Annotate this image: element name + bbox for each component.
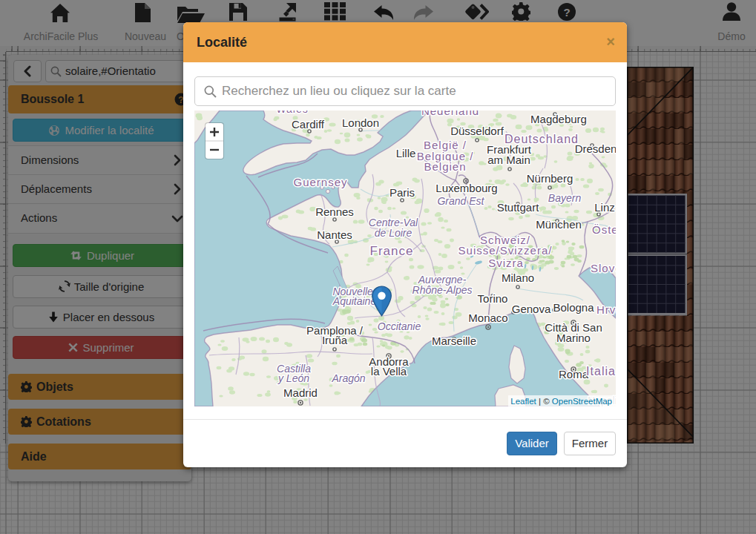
svg-text:Luxembourg: Luxembourg	[435, 182, 497, 194]
svg-text:Guernsey: Guernsey	[293, 176, 347, 188]
svg-text:Nantes: Nantes	[317, 228, 352, 241]
svg-text:London: London	[342, 116, 379, 129]
svg-text:Madrid: Madrid	[283, 386, 318, 399]
svg-text:Torino: Torino	[478, 292, 508, 305]
svg-text:München: München	[536, 218, 582, 231]
svg-text:Slovenija: Slovenija	[591, 262, 616, 274]
svg-text:Occitanie: Occitanie	[378, 320, 421, 332]
svg-text:Bayern: Bayern	[548, 192, 582, 204]
svg-text:Roma: Roma	[559, 368, 589, 380]
svg-text:Marseille: Marseille	[432, 334, 476, 347]
svg-text:Monaco: Monaco	[468, 312, 507, 324]
svg-text:Svizra: Svizra	[488, 257, 524, 269]
svg-text:Genova: Genova	[512, 303, 551, 315]
svg-text:Aragón: Aragón	[331, 372, 365, 384]
svg-text:Dresden: Dresden	[575, 142, 616, 155]
svg-text:Wales: Wales	[276, 111, 308, 115]
svg-text:Nürnberg: Nürnberg	[527, 172, 573, 185]
svg-text:France: France	[370, 244, 414, 258]
svg-text:Deutschland: Deutschland	[504, 133, 579, 145]
svg-text:Aquitaine: Aquitaine	[332, 295, 377, 307]
svg-text:y León: y León	[277, 372, 309, 384]
svg-text:Nederland: Nederland	[421, 111, 479, 117]
svg-text:Rennes: Rennes	[315, 205, 354, 218]
svg-text:Stuttgart: Stuttgart	[497, 201, 540, 214]
svg-text:Lille: Lille	[396, 147, 416, 159]
svg-text:Leaflet | © OpenStreetMap: Leaflet | © OpenStreetMap	[510, 397, 612, 406]
svg-text:Italia: Italia	[586, 365, 616, 378]
svg-text:Magdeburg: Magdeburg	[530, 113, 587, 125]
svg-text:am Main: am Main	[487, 154, 530, 166]
svg-text:Rhône-Alpes: Rhône-Alpes	[412, 284, 473, 296]
svg-text:la Vella: la Vella	[371, 365, 407, 378]
svg-text:de Loire: de Loire	[375, 227, 412, 239]
svg-text:Suisse/Svizzera/: Suisse/Svizzera/	[458, 244, 553, 257]
svg-text:Milano: Milano	[502, 271, 534, 284]
svg-text:Linz: Linz	[594, 201, 615, 214]
svg-text:Grand Est: Grand Est	[437, 195, 484, 207]
svg-text:Düsseldorf: Düsseldorf	[450, 125, 504, 137]
svg-text:Cardiff: Cardiff	[292, 118, 325, 131]
svg-text:Paris: Paris	[389, 186, 415, 199]
svg-text:Österreich: Österreich	[592, 223, 616, 236]
svg-text:Belgien: Belgien	[424, 160, 466, 173]
svg-text:Hrvatska: Hrvatska	[596, 303, 616, 316]
svg-text:Bologna: Bologna	[553, 301, 594, 314]
svg-text:Marino: Marino	[556, 332, 591, 344]
svg-text:Iruña: Iruña	[322, 334, 348, 346]
